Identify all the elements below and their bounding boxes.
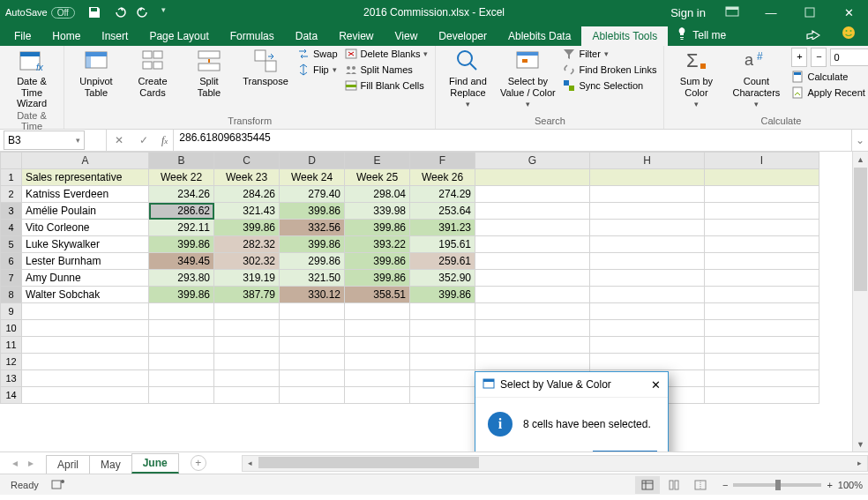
col-header[interactable]: H bbox=[590, 153, 705, 169]
header-cell[interactable]: Sales representative bbox=[22, 169, 149, 186]
create-cards-button[interactable]: Create Cards bbox=[128, 48, 177, 98]
tab-view[interactable]: View bbox=[385, 26, 429, 46]
cell[interactable] bbox=[590, 287, 705, 303]
cell[interactable]: 298.04 bbox=[345, 186, 410, 203]
cell[interactable]: 299.86 bbox=[280, 253, 345, 270]
cell[interactable] bbox=[410, 387, 475, 404]
cell[interactable] bbox=[475, 186, 590, 203]
cell[interactable] bbox=[705, 220, 819, 236]
maximize-icon[interactable] bbox=[790, 0, 829, 25]
cell[interactable]: 391.23 bbox=[410, 220, 475, 236]
cell[interactable] bbox=[410, 303, 475, 320]
cell[interactable] bbox=[475, 253, 590, 270]
cell[interactable]: 319.19 bbox=[214, 270, 280, 287]
cell[interactable]: 399.86 bbox=[214, 220, 280, 236]
col-header[interactable]: D bbox=[280, 153, 345, 169]
zoom-slider[interactable] bbox=[733, 483, 821, 487]
tab-developer[interactable]: Developer bbox=[428, 26, 498, 46]
cell[interactable]: 234.26 bbox=[149, 186, 214, 203]
cell[interactable] bbox=[705, 320, 819, 337]
cell[interactable] bbox=[22, 303, 149, 320]
col-header[interactable]: I bbox=[705, 153, 819, 169]
cell[interactable]: 282.32 bbox=[214, 236, 280, 253]
sheet-tab-april[interactable]: April bbox=[46, 455, 90, 474]
cancel-formula-icon[interactable]: ✕ bbox=[107, 134, 131, 146]
header-cell[interactable]: Week 23 bbox=[214, 169, 280, 186]
spreadsheet-grid[interactable]: ABCDEFGHI1Sales representativeWeek 22Wee… bbox=[0, 152, 819, 404]
cell[interactable]: Luke Skywalker bbox=[22, 236, 149, 253]
sheet-tab-june[interactable]: June bbox=[131, 453, 179, 474]
header-cell[interactable]: Week 22 bbox=[149, 169, 214, 186]
cell[interactable] bbox=[705, 387, 819, 404]
scroll-thumb[interactable] bbox=[854, 168, 867, 291]
cell[interactable] bbox=[345, 320, 410, 337]
cell[interactable]: 332.56 bbox=[280, 220, 345, 236]
fx-icon[interactable]: fx bbox=[156, 134, 173, 147]
cell[interactable]: 349.45 bbox=[149, 253, 214, 270]
row-header[interactable]: 6 bbox=[1, 253, 22, 270]
cell[interactable] bbox=[345, 354, 410, 370]
sheet-nav-next-icon[interactable]: ▸ bbox=[28, 457, 34, 469]
select-all-cell[interactable] bbox=[1, 153, 22, 169]
tab-formulas[interactable]: Formulas bbox=[220, 26, 285, 46]
find-broken-links-button[interactable]: Find Broken Links bbox=[563, 63, 656, 76]
minimize-icon[interactable]: — bbox=[752, 0, 790, 25]
cell[interactable] bbox=[705, 303, 819, 320]
cell[interactable] bbox=[475, 320, 590, 337]
cell[interactable] bbox=[214, 320, 280, 337]
new-sheet-icon[interactable]: + bbox=[191, 455, 206, 471]
cell[interactable] bbox=[410, 370, 475, 387]
cell[interactable] bbox=[590, 236, 705, 253]
feedback-icon[interactable] bbox=[829, 22, 868, 46]
col-header[interactable]: A bbox=[22, 153, 149, 169]
cell[interactable] bbox=[705, 203, 819, 220]
cell[interactable]: 302.32 bbox=[214, 253, 280, 270]
cell[interactable]: 274.29 bbox=[410, 186, 475, 203]
delete-blanks-button[interactable]: Delete Blanks▾ bbox=[345, 48, 429, 60]
cell[interactable] bbox=[475, 337, 590, 354]
view-page-break-icon[interactable] bbox=[688, 476, 713, 494]
col-header[interactable]: B bbox=[149, 153, 214, 169]
zoom-out-icon[interactable]: − bbox=[722, 480, 728, 490]
row-header[interactable]: 10 bbox=[1, 320, 22, 337]
cell[interactable]: 399.86 bbox=[345, 253, 410, 270]
cell[interactable] bbox=[149, 320, 214, 337]
zoom-in-icon[interactable]: + bbox=[827, 480, 832, 490]
scroll-up-icon[interactable]: ▲ bbox=[853, 152, 868, 167]
cell[interactable] bbox=[705, 370, 819, 387]
cell[interactable] bbox=[705, 337, 819, 354]
share-icon[interactable] bbox=[797, 24, 829, 46]
cell[interactable]: 393.22 bbox=[345, 236, 410, 253]
cell[interactable] bbox=[280, 303, 345, 320]
fill-blank-cells-button[interactable]: Fill Blank Cells bbox=[345, 79, 429, 92]
tab-ablebits-tools[interactable]: Ablebits Tools bbox=[581, 26, 668, 46]
cell[interactable] bbox=[149, 370, 214, 387]
split-table-button[interactable]: Split Table bbox=[184, 48, 234, 98]
cell[interactable] bbox=[214, 387, 280, 404]
cell[interactable] bbox=[280, 387, 345, 404]
cell[interactable] bbox=[22, 370, 149, 387]
cell[interactable]: 321.43 bbox=[214, 203, 280, 220]
sum-by-color-button[interactable]: Σ Sum by Color▾ bbox=[671, 48, 721, 109]
row-header[interactable]: 7 bbox=[1, 270, 22, 287]
col-header[interactable]: F bbox=[410, 153, 475, 169]
cell[interactable] bbox=[590, 320, 705, 337]
col-header[interactable]: C bbox=[214, 153, 280, 169]
vertical-scrollbar[interactable]: ▲ ▼ bbox=[852, 152, 868, 451]
cell[interactable] bbox=[22, 354, 149, 370]
plus-button[interactable]: + bbox=[791, 48, 807, 67]
cell[interactable]: 399.86 bbox=[280, 236, 345, 253]
save-icon[interactable] bbox=[87, 5, 101, 19]
cell[interactable]: Amy Dunne bbox=[22, 270, 149, 287]
cell[interactable] bbox=[705, 287, 819, 303]
tab-file[interactable]: File bbox=[4, 26, 41, 46]
row-header[interactable]: 3 bbox=[1, 203, 22, 220]
cell[interactable] bbox=[475, 220, 590, 236]
cell[interactable]: 293.80 bbox=[149, 270, 214, 287]
cell[interactable] bbox=[345, 387, 410, 404]
cell[interactable] bbox=[149, 354, 214, 370]
cell[interactable] bbox=[705, 236, 819, 253]
cell[interactable]: 399.86 bbox=[345, 220, 410, 236]
unpivot-table-button[interactable]: Unpivot Table bbox=[71, 48, 121, 98]
row-header[interactable]: 14 bbox=[1, 387, 22, 404]
